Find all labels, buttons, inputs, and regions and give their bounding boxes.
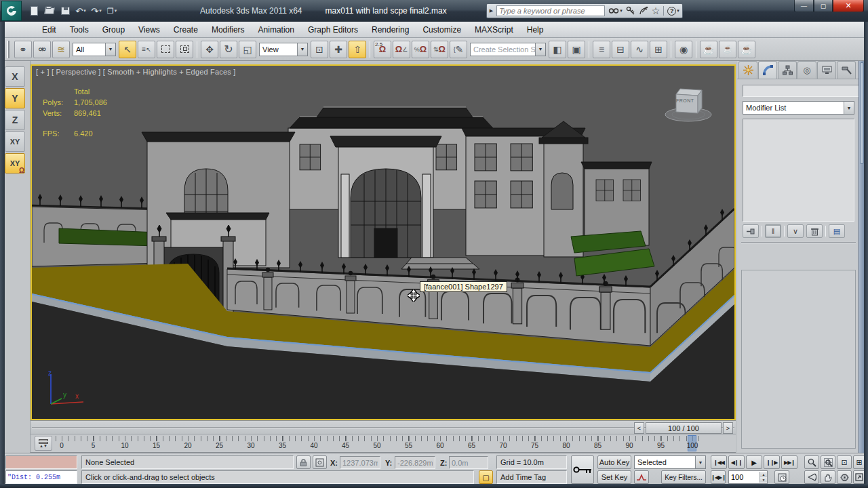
next-frame-button[interactable]: ❙❙▶	[764, 455, 780, 469]
curve-editor-button[interactable]: ∿	[631, 41, 648, 58]
menu-maxscript[interactable]: MAXScript	[468, 23, 520, 37]
viewport-scene[interactable]	[32, 66, 734, 419]
align-button[interactable]: ▣	[568, 41, 585, 58]
set-key-button[interactable]: Set Key	[597, 470, 631, 484]
redo-dropdown-icon[interactable]: ▾	[99, 8, 102, 14]
reference-coordinate-system-combo[interactable]: View ▼	[259, 43, 308, 56]
select-object-button[interactable]: ↖	[119, 41, 136, 58]
auto-key-button[interactable]: Auto Key	[597, 455, 631, 469]
scene-explorer-button[interactable]: ⊟	[612, 41, 629, 58]
previous-frame-button[interactable]: ◀❙❙	[728, 455, 745, 469]
x-coord-input[interactable]	[340, 456, 380, 469]
chevron-down-icon[interactable]: ▼	[535, 43, 545, 56]
tab-create[interactable]	[738, 61, 757, 79]
menu-modifiers[interactable]: Modifiers	[205, 23, 252, 37]
current-frame-display[interactable]: 100 / 100	[646, 422, 722, 434]
axis-constraint-xy-snap[interactable]: XYΩ	[5, 153, 25, 174]
absolute-offset-mode-toggle[interactable]	[313, 455, 327, 469]
close-button[interactable]: ✕	[833, 0, 864, 12]
select-by-name-button[interactable]: ≡↖	[138, 41, 155, 58]
communication-center-icon[interactable]	[639, 6, 648, 16]
pin-stack-button[interactable]	[743, 224, 759, 238]
subscription-key-icon[interactable]	[626, 6, 635, 16]
key-mode-toggle[interactable]: ❙◀▶❙	[711, 470, 726, 484]
z-coord-input[interactable]	[449, 456, 488, 469]
spinner-down-icon[interactable]: ▼	[760, 477, 767, 483]
maxscript-mini-listener-macro[interactable]	[5, 455, 77, 469]
rectangular-selection-region-button[interactable]	[157, 41, 174, 58]
select-and-move-button[interactable]: ✥	[201, 41, 218, 58]
next-frame-arrow[interactable]: >	[723, 422, 733, 434]
menu-customize[interactable]: Customize	[416, 23, 468, 37]
named-selection-set-combo[interactable]: Create Selection Se ▼	[470, 43, 546, 56]
search-input[interactable]	[496, 5, 605, 16]
project-dropdown-icon[interactable]: ▾	[115, 8, 117, 14]
axis-constraint-xy[interactable]: XY	[5, 131, 25, 152]
percent-snap-toggle[interactable]: %Ω	[412, 41, 429, 58]
use-pivot-point-center-button[interactable]: ⊡	[311, 41, 328, 58]
select-and-manipulate-button[interactable]: ✚	[330, 41, 347, 58]
undo-button[interactable]: ↶▾	[74, 4, 87, 18]
orbit-button[interactable]	[837, 470, 852, 484]
select-and-link-button[interactable]: ⚭	[14, 41, 32, 58]
select-and-scale-button[interactable]: ◱	[239, 41, 256, 58]
field-of-view-button[interactable]	[804, 470, 819, 484]
maximize-button[interactable]: ▢	[814, 0, 833, 12]
minimize-button[interactable]: —	[794, 0, 814, 12]
axis-constraint-z[interactable]: Z	[5, 110, 25, 130]
current-frame-spinner[interactable]: ▲▼	[728, 470, 768, 484]
menu-graph-editors[interactable]: Graph Editors	[301, 23, 365, 37]
go-to-start-button[interactable]: ❙◀◀	[711, 455, 727, 469]
selected-filter-combo[interactable]: Selected ▼	[634, 455, 706, 469]
undo-dropdown-icon[interactable]: ▾	[83, 8, 86, 14]
save-file-button[interactable]	[58, 4, 72, 18]
modifier-stack-list[interactable]	[743, 119, 854, 222]
spinner-up-icon[interactable]: ▲	[760, 472, 767, 477]
frame-number-input[interactable]	[729, 473, 756, 481]
configure-modifier-sets-button[interactable]: ▤	[829, 224, 845, 238]
time-slider[interactable]: < 100 / 100 >	[31, 420, 736, 434]
window-crossing-toggle[interactable]	[176, 41, 193, 58]
add-time-tag[interactable]: Add Time Tag	[496, 470, 567, 484]
y-coord-input[interactable]	[395, 456, 435, 469]
object-name-field[interactable]	[743, 85, 868, 97]
menu-help[interactable]: Help	[520, 23, 551, 37]
material-editor-button[interactable]: ◉	[675, 41, 692, 58]
rendered-frame-window-button[interactable]: ☕	[719, 41, 736, 58]
search-dropdown-icon[interactable]: ▾	[620, 8, 623, 14]
viewport-label[interactable]: [ + ] [ Perspective ] [ Smooth + Highlig…	[36, 68, 236, 76]
chevron-down-icon[interactable]: ▼	[695, 456, 705, 468]
default-in-out-tangents-button[interactable]	[634, 470, 649, 484]
perspective-viewport[interactable]: [ + ] [ Perspective ] [ Smooth + Highlig…	[31, 64, 736, 420]
bind-to-space-warp-button[interactable]: ≋	[52, 41, 70, 58]
render-production-button[interactable]: ☕	[738, 41, 755, 58]
tab-modify[interactable]	[758, 61, 777, 79]
chevron-down-icon[interactable]: ▼	[297, 43, 307, 56]
zoom-all-button[interactable]	[821, 455, 835, 469]
unlink-selection-button[interactable]: ⚮	[33, 41, 51, 58]
tab-hierarchy[interactable]	[778, 61, 797, 79]
selection-lock-toggle[interactable]	[296, 455, 311, 469]
show-end-result-button[interactable]: ‖	[765, 224, 781, 238]
3dsmax-logo-icon[interactable]	[1, 1, 22, 21]
menu-tools[interactable]: Tools	[63, 23, 96, 37]
tab-display[interactable]	[817, 61, 836, 79]
previous-frame-arrow[interactable]: <	[634, 422, 644, 434]
crossing-selection-toggle[interactable]: ▢	[479, 470, 493, 484]
spinner-snap-toggle[interactable]: ⇅Ω	[431, 41, 448, 58]
tab-motion[interactable]: ◎	[797, 61, 816, 79]
modifier-list-dropdown[interactable]: Modifier List ▼	[743, 101, 854, 115]
pan-view-button[interactable]	[821, 470, 835, 484]
new-scene-button[interactable]	[27, 4, 41, 18]
make-unique-button[interactable]: ∨	[787, 224, 804, 238]
menu-edit[interactable]: Edit	[35, 23, 63, 37]
rollout-area[interactable]	[741, 270, 856, 449]
timeline-ruler[interactable]: 0510152025303540455055606570758085909510…	[55, 434, 705, 453]
open-file-button[interactable]	[43, 4, 56, 18]
angle-snap-toggle[interactable]: Ω∠	[393, 41, 410, 58]
axis-constraint-x[interactable]: X	[5, 66, 25, 87]
help-button[interactable]: ? ▾	[667, 7, 679, 16]
zoom-button[interactable]	[804, 455, 819, 469]
redo-button[interactable]: ↷▾	[90, 4, 103, 18]
toolbar-drag-handle[interactable]	[7, 41, 9, 58]
